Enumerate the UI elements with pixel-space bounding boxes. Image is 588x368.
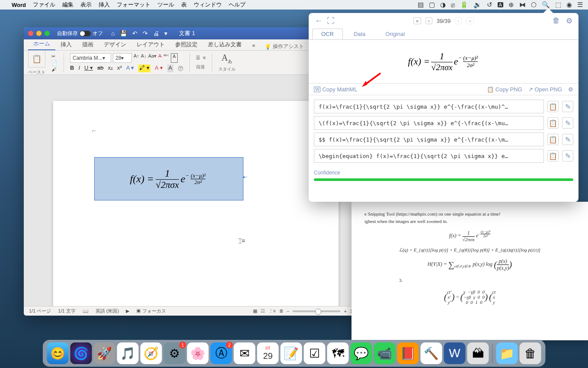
- menu-tools[interactable]: ツール: [157, 1, 174, 9]
- more-icon[interactable]: ▾: [164, 30, 167, 37]
- menu-edit[interactable]: 編集: [62, 1, 74, 9]
- view-web-icon[interactable]: ☷: [261, 308, 265, 314]
- font-color-icon[interactable]: A ▾: [155, 65, 163, 72]
- menu-view[interactable]: 表示: [80, 1, 92, 9]
- zoom-out-button[interactable]: −: [287, 309, 289, 314]
- options-icon[interactable]: ⚙: [568, 86, 573, 93]
- enclose-char-icon[interactable]: A: [171, 53, 177, 63]
- tab-data[interactable]: Data: [345, 29, 374, 40]
- menuextra-volume-icon[interactable]: 🔉: [473, 1, 482, 9]
- result-latex-equation[interactable]: \begin{equation} f(x)=\frac{1}{\sqrt{2 \…: [314, 149, 544, 163]
- copy-result-icon[interactable]: 📋: [547, 101, 559, 112]
- edit-result-icon[interactable]: ✎: [562, 101, 573, 112]
- circle-icon[interactable]: ㋐: [178, 65, 183, 72]
- tab-more[interactable]: »: [247, 40, 260, 50]
- dock-trash[interactable]: 🗑: [520, 342, 541, 364]
- menuextra-input-icon[interactable]: A: [498, 2, 503, 7]
- highlight-icon[interactable]: 🖍 ▾: [138, 65, 150, 72]
- copy-result-icon[interactable]: 📋: [547, 134, 559, 145]
- increase-font-icon[interactable]: A↑: [134, 53, 139, 63]
- menubar-app-name[interactable]: Word: [12, 2, 26, 8]
- next-page-double-button[interactable]: »: [466, 17, 474, 24]
- dock-facetime[interactable]: 📹: [374, 342, 396, 364]
- delete-icon[interactable]: 🗑: [553, 16, 560, 26]
- copy-mathml-button[interactable]: W Copy MathML: [314, 86, 357, 93]
- copy-png-button[interactable]: 📋 Copy PNG: [487, 86, 522, 93]
- format-painter-icon[interactable]: 🖌: [51, 67, 58, 72]
- edit-result-icon[interactable]: ✎: [562, 117, 573, 129]
- status-language[interactable]: 英語 (米国): [96, 308, 119, 314]
- cut-icon[interactable]: ✂: [51, 54, 58, 59]
- menuextra-siri-icon[interactable]: ◉: [566, 1, 572, 9]
- dock-notes[interactable]: 📝: [281, 342, 302, 364]
- status-page[interactable]: 1/1 ページ: [29, 308, 51, 314]
- menuextra-sync-icon[interactable]: ⊕: [508, 1, 514, 9]
- copy-result-icon[interactable]: 📋: [547, 150, 559, 161]
- text-effects-icon[interactable]: A ▾: [126, 65, 134, 72]
- font-size-dropdown[interactable]: 28 ▾: [113, 53, 132, 63]
- result-latex-display[interactable]: $$ f(x)=\frac{1}{\sqrt{2 \pi \sigma x}} …: [314, 132, 544, 146]
- prev-page-double-button[interactable]: «: [413, 17, 421, 24]
- tab-original[interactable]: Original: [376, 29, 414, 40]
- menuextra-app-icon[interactable]: ⬚: [555, 1, 561, 9]
- autosave-control[interactable]: 自動保存 オフ: [57, 30, 103, 37]
- dock-itunes[interactable]: 🎵: [117, 342, 139, 364]
- shading-icon[interactable]: A: [167, 65, 174, 72]
- decrease-font-icon[interactable]: A↓: [141, 53, 147, 63]
- menuextra-timemachine-icon[interactable]: ↺: [487, 1, 492, 9]
- dock-xcode[interactable]: 🔨: [421, 342, 442, 364]
- tell-me-control[interactable]: 💡 操作アシスト: [265, 43, 304, 50]
- dock-safari[interactable]: 🧭: [141, 342, 162, 364]
- save-icon[interactable]: 💾: [120, 30, 127, 37]
- dock-messages[interactable]: 💬: [351, 342, 372, 364]
- view-outline-icon[interactable]: ⋮≡: [268, 308, 276, 314]
- dock-launchpad[interactable]: 🚀: [94, 342, 115, 364]
- menuextra-wifi-icon[interactable]: ⬡: [531, 1, 537, 9]
- dock-siri[interactable]: 🌀: [70, 342, 92, 364]
- print-icon[interactable]: 🖨: [153, 30, 159, 37]
- dock-reminders[interactable]: ☑: [304, 342, 326, 364]
- tab-draw[interactable]: 描画: [77, 39, 99, 50]
- status-macro-icon[interactable]: ▶: [126, 308, 129, 314]
- paste-button[interactable]: 📋: [28, 50, 45, 68]
- window-fullscreen-button[interactable]: [45, 31, 50, 36]
- subscript-button[interactable]: x₂: [108, 65, 113, 72]
- dock-photos[interactable]: 🌸: [187, 342, 209, 364]
- dock-finder[interactable]: 😊: [47, 342, 69, 364]
- menu-window[interactable]: ウィンドウ: [194, 1, 222, 9]
- menu-table[interactable]: 表: [181, 1, 187, 9]
- copy-result-icon[interactable]: 📋: [547, 117, 559, 129]
- settings-icon[interactable]: ⚙: [566, 16, 572, 26]
- menuextra-screen-icon[interactable]: ▢: [429, 1, 435, 9]
- edit-result-icon[interactable]: ✎: [562, 134, 573, 145]
- tab-mailings[interactable]: 差し込み文書: [203, 39, 247, 50]
- copy-icon[interactable]: 📄: [51, 60, 58, 66]
- tab-insert[interactable]: 挿入: [55, 39, 77, 50]
- autosave-toggle[interactable]: [80, 31, 91, 36]
- status-focus[interactable]: ▣ フォーカス: [136, 308, 166, 314]
- bullets-icon[interactable]: ☰: [196, 55, 200, 61]
- edit-result-icon[interactable]: ✎: [562, 150, 573, 161]
- prev-page-button[interactable]: ‹: [425, 17, 432, 24]
- dock-downloads[interactable]: 📁: [496, 342, 518, 364]
- align-icon[interactable]: ≡: [203, 55, 205, 61]
- status-spell-icon[interactable]: 📖: [83, 308, 89, 314]
- font-name-dropdown[interactable]: Cambria M... ▾: [70, 53, 111, 63]
- menuextra-bluetooth-icon[interactable]: ⧓: [519, 1, 526, 9]
- dock-appstore[interactable]: Ⓐ2: [211, 342, 232, 364]
- menuextra-notification-icon[interactable]: ☰: [577, 1, 583, 9]
- menuextra-icon[interactable]: ▤: [418, 1, 424, 9]
- zoom-in-button[interactable]: +: [344, 309, 346, 314]
- underline-button[interactable]: U ▾: [84, 65, 93, 72]
- bold-button[interactable]: B: [70, 65, 74, 72]
- open-png-button[interactable]: ↗ Open PNG: [528, 86, 562, 93]
- menu-insert[interactable]: 挿入: [99, 1, 110, 9]
- menu-help[interactable]: ヘルプ: [229, 1, 246, 9]
- dock-maps[interactable]: 🗺: [327, 342, 349, 364]
- word-page[interactable]: ⌐ f(x) = 1√2πσx e−(x−μ)²2σ² ▸⌐ ⌶≡: [53, 101, 339, 306]
- phonetic-icon[interactable]: ᵃᵇᶜ: [163, 53, 169, 63]
- home-icon[interactable]: ⌂: [111, 30, 115, 37]
- window-minimize-button[interactable]: [36, 31, 42, 36]
- tab-references[interactable]: 参照設定: [170, 39, 203, 50]
- tab-layout[interactable]: レイアウト: [131, 39, 170, 50]
